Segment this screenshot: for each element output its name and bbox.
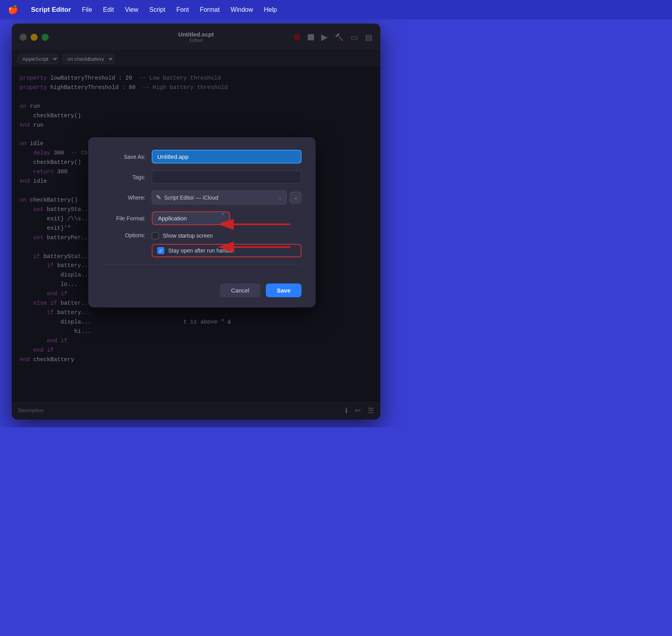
- save-as-input[interactable]: [152, 150, 301, 164]
- tags-label: Tags:: [102, 174, 145, 180]
- options-column: Show startup screen ✓ Stay open after ru…: [152, 232, 301, 257]
- save-button[interactable]: Save: [266, 283, 301, 297]
- option2-row: ✓ Stay open after run handler: [152, 244, 301, 257]
- dialog-body: Save As: Tags: Where: ✎ Script Editor — …: [88, 137, 316, 283]
- where-label: Where:: [102, 194, 145, 201]
- options-label: Options:: [102, 232, 145, 238]
- menu-edit[interactable]: Edit: [103, 6, 114, 13]
- where-row: Where: ✎ Script Editor — iCloud ⌄ ⌄: [102, 191, 301, 204]
- where-expand-button[interactable]: ⌄: [290, 192, 301, 204]
- check-icon: ✓: [159, 248, 163, 254]
- file-format-label: File Format:: [102, 215, 145, 222]
- apple-menu[interactable]: 🍎: [8, 5, 18, 15]
- where-controls: ✎ Script Editor — iCloud ⌄ ⌄: [152, 191, 301, 204]
- where-select[interactable]: ✎ Script Editor — iCloud ⌄: [152, 191, 287, 204]
- dialog-separator: [102, 264, 301, 265]
- save-dialog: Save As: Tags: Where: ✎ Script Editor — …: [88, 137, 316, 307]
- menu-font[interactable]: Font: [176, 6, 189, 13]
- menu-help[interactable]: Help: [264, 6, 277, 13]
- menu-file[interactable]: File: [82, 6, 92, 13]
- file-format-select[interactable]: Application Script Script Bundle Applica…: [152, 211, 230, 225]
- save-as-label: Save As:: [102, 154, 145, 160]
- menu-window[interactable]: Window: [231, 6, 253, 13]
- menu-bar: 🍎 Script Editor File Edit View Script Fo…: [0, 0, 672, 20]
- option1-checkbox[interactable]: [152, 232, 159, 239]
- dialog-buttons: Cancel Save: [88, 283, 316, 307]
- menu-view[interactable]: View: [125, 6, 138, 13]
- where-chevron-icon: ⌄: [278, 194, 282, 200]
- where-value: Script Editor — iCloud: [164, 194, 218, 201]
- main-window: Untitled.scpt Edited ▶ 🔨 ▭ ▤ AppleScript…: [12, 24, 380, 420]
- options-row: Options: Show startup screen ✓ Stay open…: [102, 232, 301, 257]
- file-format-wrapper: Application Script Script Bundle Applica…: [152, 211, 230, 225]
- cancel-button[interactable]: Cancel: [220, 283, 260, 297]
- option1-row: Show startup screen: [152, 232, 301, 239]
- cloud-icon: ✎: [156, 194, 161, 201]
- menu-format[interactable]: Format: [200, 6, 220, 13]
- option2-checkbox[interactable]: ✓: [157, 247, 164, 254]
- desktop: [0, 427, 672, 636]
- option1-label: Show startup screen: [163, 233, 213, 239]
- menu-script[interactable]: Script: [149, 6, 165, 13]
- save-as-row: Save As:: [102, 150, 301, 164]
- file-format-row: File Format: Application Script Script B…: [102, 211, 301, 225]
- tags-row: Tags:: [102, 171, 301, 184]
- app-name[interactable]: Script Editor: [31, 6, 71, 14]
- option2-label: Stay open after run handler: [168, 247, 235, 254]
- tags-input[interactable]: [152, 171, 301, 184]
